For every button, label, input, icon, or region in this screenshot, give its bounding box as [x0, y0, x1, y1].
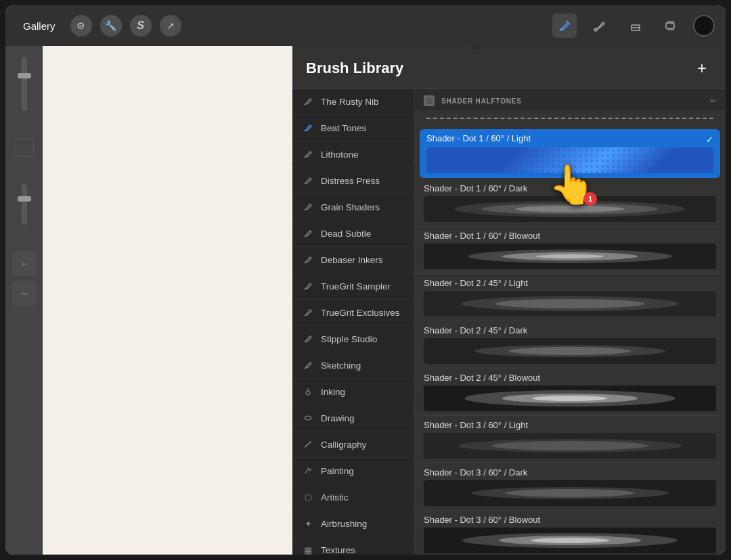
category-item[interactable]: Debaser Inkers: [292, 247, 414, 273]
category-icon: [302, 254, 314, 266]
category-label: TrueGrit Sampler: [321, 281, 391, 291]
category-icon: [302, 122, 314, 134]
add-brush-button[interactable]: +: [692, 58, 712, 78]
category-label: Distress Press: [321, 176, 380, 186]
svg-point-3: [306, 391, 310, 395]
category-icon: [302, 412, 314, 424]
wrench-icon[interactable]: 🔧: [100, 15, 122, 37]
brush-item-row: Shader - Dot 1 / 60° / Light ✓: [426, 133, 713, 146]
category-item[interactable]: TrueGrit Sampler: [292, 273, 414, 300]
category-item[interactable]: Grain Shaders: [292, 194, 414, 220]
gallery-button[interactable]: Gallery: [16, 16, 62, 36]
brush-check-icon: ✓: [706, 135, 713, 145]
category-label: Artistic: [321, 492, 349, 503]
svg-point-16: [509, 347, 632, 355]
category-item[interactable]: ▦ Textures: [292, 537, 414, 555]
category-icon: [302, 201, 314, 213]
brush-preview: [424, 196, 716, 222]
brush-preview: [424, 243, 716, 269]
brush-item[interactable]: Shader - Dot 3 / 60° / Dark: [414, 463, 726, 511]
category-item[interactable]: Lithotone: [292, 141, 414, 168]
category-label: Airbrushing: [321, 519, 367, 529]
category-icon: [302, 227, 314, 239]
transform-icon[interactable]: ↗: [160, 15, 181, 37]
category-icon: ▦: [302, 544, 314, 555]
toolbar-right: [552, 14, 715, 38]
brush-item-active[interactable]: Shader - Dot 1 / 60° / Light ✓: [420, 129, 720, 178]
category-item[interactable]: ⬡ Artistic: [292, 484, 414, 511]
category-label: Beat Tones: [321, 123, 366, 133]
category-label: Lithotone: [321, 149, 359, 160]
svg-point-23: [506, 489, 635, 497]
category-icon: ✦: [302, 517, 314, 530]
eraser-tool[interactable]: [623, 14, 647, 38]
category-item[interactable]: ✦ Airbrushing: [292, 511, 414, 537]
category-label: Textures: [321, 545, 355, 555]
opacity-slider[interactable]: [22, 184, 27, 225]
brush-item[interactable]: Shader - Dot 2 / 45° / Blowout: [414, 369, 726, 416]
brush-preview: [424, 338, 716, 364]
category-label: Dead Subtle: [321, 229, 371, 239]
brush-name: Shader - Dot 1 / 60° / Dark: [424, 183, 716, 193]
checkbox-tool[interactable]: [15, 138, 34, 157]
brush-item[interactable]: Shader - Dot 3 / 60° / Blowout: [414, 511, 726, 555]
brush-name: Shader - Dot 1 / 60° / Blowout: [424, 231, 716, 241]
color-picker[interactable]: [693, 15, 715, 37]
brush-name: Shader - Dot 2 / 45° / Light: [424, 278, 716, 288]
category-item[interactable]: Calligraphy: [292, 431, 414, 458]
brush-tool[interactable]: [588, 14, 612, 38]
category-item[interactable]: The Rusty Nib: [292, 89, 414, 115]
brush-item[interactable]: Shader - Dot 1 / 60° / Blowout: [414, 227, 726, 274]
size-slider[interactable]: [22, 57, 27, 111]
brush-item[interactable]: Shader - Dot 2 / 45° / Dark: [414, 321, 726, 369]
category-item[interactable]: Inking: [292, 379, 414, 405]
brush-preview: [424, 528, 716, 553]
section-icon: [424, 95, 435, 106]
dashed-preview: [424, 113, 716, 124]
brush-preview: [424, 291, 716, 317]
smudge-icon[interactable]: S: [130, 15, 152, 37]
category-item[interactable]: TrueGrit Exclusives: [292, 300, 414, 326]
brush-item[interactable]: Shader - Dot 2 / 45° / Light: [414, 274, 726, 321]
svg-rect-4: [426, 97, 433, 104]
brush-name: Shader - Dot 3 / 60° / Blowout: [424, 515, 716, 525]
size-slider-thumb: [18, 73, 31, 78]
pencil-tool[interactable]: [552, 14, 577, 38]
category-item[interactable]: Painting: [292, 458, 414, 484]
toolbar-left: Gallery ⚙ 🔧 S ↗: [16, 15, 181, 37]
undo-button[interactable]: ↩: [12, 252, 37, 276]
category-item[interactable]: Beat Tones: [292, 115, 414, 141]
brush-item[interactable]: Shader - Dot 3 / 60° / Light: [414, 416, 726, 463]
redo-button[interactable]: ↪: [12, 281, 37, 306]
section-title: SHADER HALFTONES: [441, 97, 522, 105]
category-icon: [302, 148, 314, 160]
category-icon: [302, 174, 314, 187]
category-label: Sketching: [321, 360, 361, 371]
svg-point-9: [516, 206, 625, 212]
section-header-left: SHADER HALFTONES: [424, 95, 522, 106]
brush-library-title: Brush Library: [306, 60, 403, 77]
category-item[interactable]: Dead Subtle: [292, 220, 414, 247]
layers-tool[interactable]: [658, 14, 682, 38]
category-icon: [302, 306, 314, 319]
brush-preview-active: [426, 147, 713, 173]
brush-name: Shader - Dot 3 / 60° / Dark: [424, 467, 716, 477]
left-sidebar: ↩ ↪: [5, 46, 43, 555]
brush-item[interactable]: Shader - Dot 1 / 60° / Dark: [414, 179, 726, 227]
category-item[interactable]: Drawing: [292, 405, 414, 431]
section-edit-icon[interactable]: ✏: [710, 97, 716, 106]
category-item[interactable]: Stipple Studio: [292, 326, 414, 352]
category-label: Stipple Studio: [321, 334, 377, 344]
settings-icon[interactable]: ⚙: [70, 15, 92, 37]
brush-library-body: The Rusty Nib Beat Tones Lithotone Distr…: [292, 89, 726, 555]
category-item[interactable]: Sketching: [292, 352, 414, 379]
brush-name: Shader - Dot 2 / 45° / Blowout: [424, 373, 716, 383]
category-item[interactable]: Distress Press: [292, 168, 414, 194]
svg-rect-2: [666, 23, 674, 28]
dashed-line: [426, 118, 713, 119]
brush-list: SHADER HALFTONES ✏ Shader - Dot 1 / 60° …: [414, 89, 726, 555]
category-label: Calligraphy: [321, 440, 367, 450]
brush-name: Shader - Dot 3 / 60° / Light: [424, 420, 716, 430]
category-icon: [302, 95, 314, 108]
category-icon: [302, 280, 314, 292]
